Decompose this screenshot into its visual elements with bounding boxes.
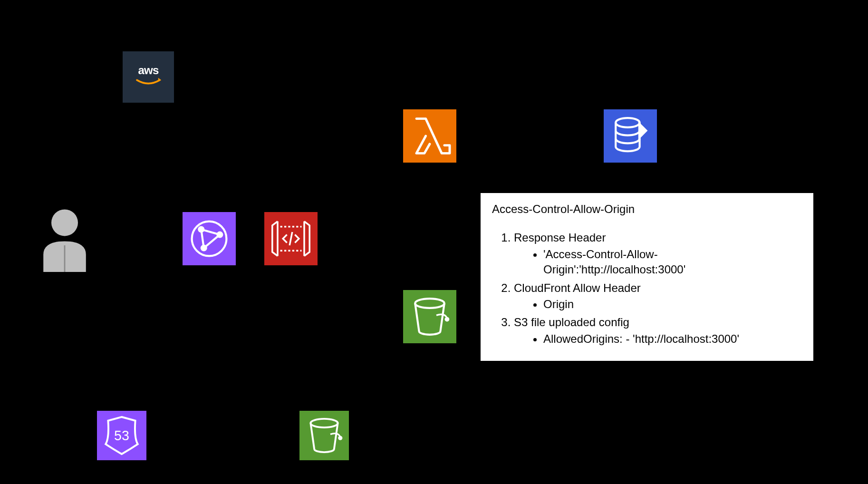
note-item-bullet: AllowedOrigins: - 'http://localhost:3000… — [543, 331, 802, 347]
note-item-3: S3 file uploaded config AllowedOrigins: … — [514, 315, 802, 347]
svg-point-1 — [51, 209, 78, 236]
aws-cloud-icon: aws — [123, 51, 174, 103]
svg-point-15 — [445, 317, 450, 322]
note-item-bullet: Origin — [543, 297, 802, 312]
svg-rect-2 — [403, 109, 456, 163]
note-item-label: CloudFront Allow Header — [514, 281, 641, 294]
cors-note-box: Access-Control-Allow-Origin Response Hea… — [480, 193, 814, 361]
svg-point-20 — [338, 436, 342, 440]
note-item-label: S3 file uploaded config — [514, 316, 629, 329]
dynamodb-icon — [604, 109, 657, 163]
api-gateway-icon — [264, 212, 318, 265]
note-item-bullet: 'Access-Control-Allow-Origin':'http://lo… — [543, 247, 802, 278]
user-icon — [38, 205, 91, 272]
lambda-icon — [403, 109, 456, 163]
cloudfront-icon — [183, 212, 236, 265]
note-item-1: Response Header 'Access-Control-Allow-Or… — [514, 230, 802, 277]
svg-rect-5 — [183, 212, 236, 265]
note-list: Response Header 'Access-Control-Allow-Or… — [492, 230, 802, 347]
note-title: Access-Control-Allow-Origin — [492, 202, 802, 217]
note-item-2: CloudFront Allow Header Origin — [514, 281, 802, 312]
svg-text:aws: aws — [138, 64, 159, 77]
route53-icon: 53 — [97, 411, 146, 460]
s3-bucket-icon — [299, 411, 349, 460]
note-item-label: Response Header — [514, 231, 606, 244]
svg-text:53: 53 — [114, 428, 129, 443]
s3-bucket-icon — [403, 290, 456, 343]
